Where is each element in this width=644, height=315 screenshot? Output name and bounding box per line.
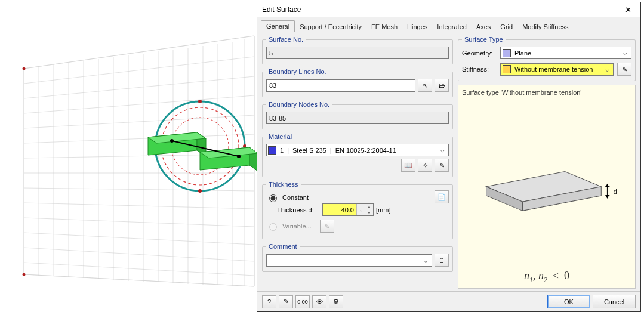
svg-point-33	[23, 67, 26, 70]
svg-point-38	[198, 100, 202, 103]
comment-combo[interactable]: ⌵	[266, 254, 432, 267]
preview-equation: n1, n2 ≤ 0	[462, 270, 631, 285]
svg-marker-58	[605, 195, 609, 199]
help-icon[interactable]: ?	[262, 295, 276, 308]
stiffness-edit-icon[interactable]: ✎	[617, 63, 631, 76]
surface-type-preview: Surface type 'Without membrane tension' …	[458, 85, 636, 289]
legend-material: Material	[266, 133, 294, 140]
group-material: Material 1 | Steel S 235 | EN 10025-2:20…	[262, 133, 453, 177]
preview-illustration: d	[462, 100, 631, 267]
tab-axes[interactable]: Axes	[472, 21, 495, 32]
group-surface-type: Surface Type Geometry: Plane ⌵ Stiffness…	[458, 36, 636, 81]
material-swatch-icon	[268, 146, 276, 155]
surface-no-field	[266, 47, 449, 59]
group-surface-no: Surface No.	[262, 36, 453, 64]
cancel-button[interactable]: Cancel	[593, 295, 636, 308]
legend-surface-no: Surface No.	[266, 36, 306, 43]
thickness-variable-edit-icon: ✎	[320, 220, 334, 233]
tab-integrated[interactable]: Integrated	[432, 21, 472, 32]
svg-point-39	[198, 189, 202, 193]
dialog-title: Edit Surface	[262, 5, 619, 14]
dialog-bottom-bar: ? ✎ 0.00 👁 ⚙ OK Cancel	[257, 291, 640, 311]
d-dimension-label: d	[614, 187, 618, 196]
tab-bar: General Support / Eccentricity FE Mesh H…	[257, 18, 640, 32]
svg-marker-57	[605, 184, 609, 187]
material-new-icon[interactable]: ✧	[418, 159, 432, 172]
svg-point-49	[170, 139, 174, 143]
thickness-variable-radio	[269, 223, 277, 231]
legend-thickness: Thickness	[266, 181, 301, 188]
thickness-d-value: 40.0	[323, 206, 356, 214]
thickness-variable-label: Variable...	[282, 223, 312, 230]
stiffness-value: Without membrane tension	[514, 66, 593, 73]
legend-boundary-nodes: Boundary Nodes No.	[266, 101, 332, 108]
material-library-icon[interactable]: 📖	[401, 159, 415, 172]
stiffness-combo[interactable]: Without membrane tension ⌵	[500, 63, 614, 76]
legend-comment: Comment	[266, 243, 300, 250]
legend-boundary-lines: Boundary Lines No.	[266, 68, 329, 75]
edit-icon[interactable]: ✎	[279, 295, 293, 308]
chevron-down-icon: ⌵	[621, 49, 629, 57]
thickness-constant-radio[interactable]	[269, 194, 277, 202]
chevron-down-icon: ⌵	[437, 146, 447, 154]
group-boundary-nodes: Boundary Nodes No.	[262, 101, 453, 129]
select-lines-icon[interactable]: 🗁	[435, 79, 449, 92]
model-viewport[interactable]	[0, 0, 260, 315]
units-icon[interactable]: 0.00	[295, 295, 310, 308]
svg-point-50	[237, 155, 241, 158]
thickness-unit: [mm]	[376, 206, 390, 214]
thickness-constant-label: Constant	[282, 194, 309, 201]
geometry-combo[interactable]: Plane ⌵	[500, 47, 631, 59]
thickness-spin-icon[interactable]: ▲▼	[365, 204, 373, 215]
geometry-value: Plane	[514, 50, 531, 57]
svg-point-34	[23, 273, 26, 276]
material-combo[interactable]: 1 | Steel S 235 | EN 10025-2:2004-11 ⌵	[266, 144, 449, 156]
tab-support-eccentricity[interactable]: Support / Eccentricity	[295, 21, 366, 32]
settings-icon[interactable]: ⚙	[329, 295, 343, 308]
stiffness-label: Stiffness:	[462, 66, 497, 73]
tab-general[interactable]: General	[261, 20, 295, 32]
thickness-d-input[interactable]: 40.0 ⌵ ▲▼	[322, 203, 374, 216]
material-edit-icon[interactable]: ✎	[435, 159, 449, 172]
pick-lines-icon[interactable]: ↖	[418, 79, 432, 92]
tab-fe-mesh[interactable]: FE Mesh	[366, 21, 402, 32]
close-icon[interactable]: ✕	[619, 4, 637, 16]
thickness-options-icon[interactable]: 📄	[435, 190, 449, 203]
tab-modify-stiffness[interactable]: Modify Stiffness	[517, 21, 573, 32]
tab-hinges[interactable]: Hinges	[402, 21, 432, 32]
thickness-d-label: Thickness d:	[277, 206, 320, 214]
view-icon[interactable]: 👁	[312, 295, 326, 308]
boundary-lines-field[interactable]	[266, 79, 415, 92]
material-standard: EN 10025-2:2004-11	[335, 147, 396, 154]
legend-surface-type: Surface Type	[462, 36, 506, 43]
group-comment: Comment ⌵ 🗒	[262, 243, 453, 272]
dialog-titlebar[interactable]: Edit Surface ✕	[257, 2, 640, 17]
boundary-nodes-field	[266, 112, 449, 124]
ok-button[interactable]: OK	[547, 295, 590, 308]
preview-caption: Surface type 'Without membrane tension'	[462, 89, 631, 96]
edit-surface-dialog: Edit Surface ✕ General Support / Eccentr…	[257, 2, 641, 312]
comment-note-icon[interactable]: 🗒	[435, 254, 449, 267]
group-thickness: Thickness 📄 Constant Thickness d: 40.0 ⌵…	[262, 181, 453, 239]
thickness-dropdown-icon[interactable]: ⌵	[356, 204, 365, 215]
stiffness-swatch-icon	[503, 65, 511, 73]
plane-swatch-icon	[503, 49, 511, 57]
chevron-down-icon: ⌵	[603, 66, 611, 73]
chevron-down-icon: ⌵	[421, 257, 430, 264]
material-index: 1	[280, 147, 284, 154]
tab-grid[interactable]: Grid	[495, 21, 517, 32]
material-name: Steel S 235	[292, 147, 326, 154]
group-boundary-lines: Boundary Lines No. ↖ 🗁	[262, 68, 453, 97]
geometry-label: Geometry:	[462, 50, 497, 57]
